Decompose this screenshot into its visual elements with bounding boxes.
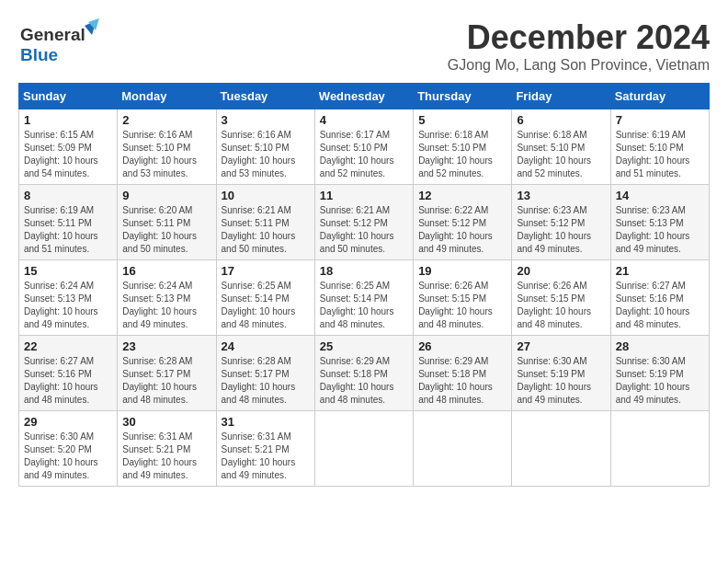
day-number: 22 [24, 339, 112, 353]
table-row: 23 Sunrise: 6:28 AMSunset: 5:17 PMDaylig… [118, 336, 216, 411]
day-number: 29 [24, 415, 112, 429]
table-row: 1 Sunrise: 6:15 AMSunset: 5:09 PMDayligh… [19, 109, 118, 185]
day-info: Sunrise: 6:26 AMSunset: 5:15 PMDaylight:… [418, 281, 493, 329]
table-row [314, 411, 413, 487]
day-info: Sunrise: 6:17 AMSunset: 5:10 PMDaylight:… [320, 130, 394, 178]
day-info: Sunrise: 6:29 AMSunset: 5:18 PMDaylight:… [418, 356, 493, 405]
day-info: Sunrise: 6:26 AMSunset: 5:15 PMDaylight:… [517, 281, 591, 329]
day-number: 13 [517, 189, 605, 202]
day-number: 12 [418, 189, 506, 202]
table-row: 3 Sunrise: 6:16 AMSunset: 5:10 PMDayligh… [216, 109, 314, 185]
day-number: 11 [320, 189, 408, 202]
table-row: 27 Sunrise: 6:30 AMSunset: 5:19 PMDaylig… [512, 336, 610, 411]
day-number: 15 [24, 264, 112, 278]
table-row [610, 411, 709, 487]
logo: General Blue [18, 18, 101, 69]
table-row: 11 Sunrise: 6:21 AMSunset: 5:12 PMDaylig… [314, 185, 413, 260]
day-number: 18 [320, 264, 408, 278]
table-row: 17 Sunrise: 6:25 AMSunset: 5:14 PMDaylig… [216, 260, 314, 336]
day-info: Sunrise: 6:27 AMSunset: 5:16 PMDaylight:… [24, 356, 98, 405]
day-number: 10 [222, 189, 310, 202]
svg-text:General: General [20, 25, 85, 44]
day-number: 14 [616, 189, 704, 202]
day-number: 20 [517, 264, 605, 278]
table-row: 7 Sunrise: 6:19 AMSunset: 5:10 PMDayligh… [610, 109, 709, 185]
day-number: 23 [122, 339, 210, 353]
day-info: Sunrise: 6:30 AMSunset: 5:19 PMDaylight:… [517, 356, 591, 405]
day-number: 19 [418, 264, 506, 278]
table-row: 15 Sunrise: 6:24 AMSunset: 5:13 PMDaylig… [19, 260, 118, 336]
day-info: Sunrise: 6:18 AMSunset: 5:10 PMDaylight:… [418, 130, 493, 178]
table-row: 20 Sunrise: 6:26 AMSunset: 5:15 PMDaylig… [512, 260, 610, 336]
day-info: Sunrise: 6:21 AMSunset: 5:12 PMDaylight:… [320, 205, 394, 254]
table-row: 22 Sunrise: 6:27 AMSunset: 5:16 PMDaylig… [19, 336, 118, 411]
day-number: 4 [320, 113, 408, 127]
day-number: 27 [517, 339, 605, 353]
page-header: General Blue December 2024 GJong Mo, Lan… [18, 18, 710, 74]
day-info: Sunrise: 6:28 AMSunset: 5:17 PMDaylight:… [122, 356, 197, 405]
day-number: 21 [616, 264, 704, 278]
day-info: Sunrise: 6:23 AMSunset: 5:13 PMDaylight:… [616, 205, 690, 254]
month-title: December 2024 [448, 18, 710, 57]
day-number: 17 [222, 264, 310, 278]
day-number: 8 [24, 189, 112, 202]
table-row: 25 Sunrise: 6:29 AMSunset: 5:18 PMDaylig… [314, 336, 413, 411]
col-thursday: Thursday [414, 84, 512, 109]
day-info: Sunrise: 6:31 AMSunset: 5:21 PMDaylight:… [122, 431, 197, 480]
table-row [414, 411, 512, 487]
day-info: Sunrise: 6:23 AMSunset: 5:12 PMDaylight:… [517, 205, 591, 254]
svg-text:Blue: Blue [20, 45, 58, 64]
table-row: 29 Sunrise: 6:30 AMSunset: 5:20 PMDaylig… [19, 411, 118, 487]
col-friday: Friday [512, 84, 610, 109]
day-info: Sunrise: 6:19 AMSunset: 5:11 PMDaylight:… [24, 205, 98, 254]
logo-svg: General Blue [18, 18, 101, 69]
day-number: 16 [122, 264, 210, 278]
day-info: Sunrise: 6:16 AMSunset: 5:10 PMDaylight:… [222, 130, 296, 178]
table-row: 12 Sunrise: 6:22 AMSunset: 5:12 PMDaylig… [414, 185, 512, 260]
day-number: 1 [24, 113, 112, 127]
table-row: 9 Sunrise: 6:20 AMSunset: 5:11 PMDayligh… [118, 185, 216, 260]
table-row: 5 Sunrise: 6:18 AMSunset: 5:10 PMDayligh… [414, 109, 512, 185]
day-info: Sunrise: 6:31 AMSunset: 5:21 PMDaylight:… [222, 431, 296, 480]
title-section: December 2024 GJong Mo, Lang Son Provinc… [448, 18, 710, 74]
day-info: Sunrise: 6:20 AMSunset: 5:11 PMDaylight:… [122, 205, 197, 254]
day-number: 26 [418, 339, 506, 353]
day-info: Sunrise: 6:24 AMSunset: 5:13 PMDaylight:… [24, 281, 98, 329]
day-info: Sunrise: 6:18 AMSunset: 5:10 PMDaylight:… [517, 130, 591, 178]
location-title: GJong Mo, Lang Son Province, Vietnam [448, 57, 710, 74]
table-row: 6 Sunrise: 6:18 AMSunset: 5:10 PMDayligh… [512, 109, 610, 185]
day-info: Sunrise: 6:30 AMSunset: 5:19 PMDaylight:… [616, 356, 690, 405]
day-info: Sunrise: 6:25 AMSunset: 5:14 PMDaylight:… [222, 281, 296, 329]
table-row: 26 Sunrise: 6:29 AMSunset: 5:18 PMDaylig… [414, 336, 512, 411]
day-number: 30 [122, 415, 210, 429]
table-row: 13 Sunrise: 6:23 AMSunset: 5:12 PMDaylig… [512, 185, 610, 260]
day-info: Sunrise: 6:25 AMSunset: 5:14 PMDaylight:… [320, 281, 394, 329]
day-info: Sunrise: 6:28 AMSunset: 5:17 PMDaylight:… [222, 356, 296, 405]
calendar-table: Sunday Monday Tuesday Wednesday Thursday… [18, 83, 710, 487]
col-sunday: Sunday [19, 84, 118, 109]
day-number: 28 [616, 339, 704, 353]
day-info: Sunrise: 6:27 AMSunset: 5:16 PMDaylight:… [616, 281, 690, 329]
day-number: 6 [517, 113, 605, 127]
day-info: Sunrise: 6:21 AMSunset: 5:11 PMDaylight:… [222, 205, 296, 254]
table-row: 18 Sunrise: 6:25 AMSunset: 5:14 PMDaylig… [314, 260, 413, 336]
col-wednesday: Wednesday [314, 84, 413, 109]
day-number: 2 [122, 113, 210, 127]
day-info: Sunrise: 6:24 AMSunset: 5:13 PMDaylight:… [122, 281, 197, 329]
day-number: 7 [616, 113, 704, 127]
day-info: Sunrise: 6:30 AMSunset: 5:20 PMDaylight:… [24, 431, 98, 480]
table-row: 24 Sunrise: 6:28 AMSunset: 5:17 PMDaylig… [216, 336, 314, 411]
day-number: 24 [222, 339, 310, 353]
table-row: 31 Sunrise: 6:31 AMSunset: 5:21 PMDaylig… [216, 411, 314, 487]
day-number: 5 [418, 113, 506, 127]
day-number: 3 [222, 113, 310, 127]
day-info: Sunrise: 6:29 AMSunset: 5:18 PMDaylight:… [320, 356, 394, 405]
table-row: 4 Sunrise: 6:17 AMSunset: 5:10 PMDayligh… [314, 109, 413, 185]
day-number: 9 [122, 189, 210, 202]
table-row: 28 Sunrise: 6:30 AMSunset: 5:19 PMDaylig… [610, 336, 709, 411]
table-row: 14 Sunrise: 6:23 AMSunset: 5:13 PMDaylig… [610, 185, 709, 260]
table-row: 16 Sunrise: 6:24 AMSunset: 5:13 PMDaylig… [118, 260, 216, 336]
day-info: Sunrise: 6:19 AMSunset: 5:10 PMDaylight:… [616, 130, 690, 178]
table-row: 21 Sunrise: 6:27 AMSunset: 5:16 PMDaylig… [610, 260, 709, 336]
col-saturday: Saturday [610, 84, 709, 109]
